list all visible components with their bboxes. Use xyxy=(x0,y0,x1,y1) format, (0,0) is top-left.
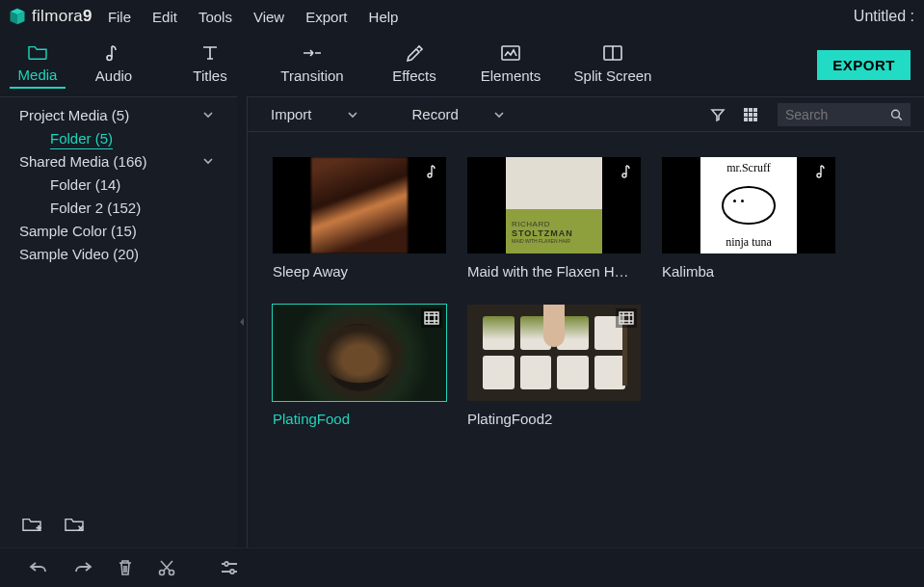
tab-media[interactable]: Media xyxy=(10,41,66,89)
tab-titles[interactable]: Titles xyxy=(162,42,258,88)
timeline-toolbar xyxy=(0,547,924,587)
media-title: PlatingFood xyxy=(273,411,446,427)
media-title: Kalimba xyxy=(662,263,835,280)
menu-items: File Edit Tools View Export Help xyxy=(108,9,399,25)
sidebar-resize-handle[interactable] xyxy=(237,96,247,547)
project-title: Untitled : xyxy=(854,8,916,25)
chevron-down-icon xyxy=(202,157,214,165)
thumbnail: mr.Scruffninja tuna xyxy=(662,157,835,253)
export-button[interactable]: EXPORT xyxy=(817,50,911,80)
import-dropdown[interactable]: Import xyxy=(271,106,358,122)
filter-icon[interactable] xyxy=(710,107,726,122)
undo-icon[interactable] xyxy=(29,560,48,575)
tab-transition[interactable]: Transition xyxy=(258,42,366,88)
chevron-down-icon xyxy=(347,111,358,119)
svg-rect-9 xyxy=(753,108,757,112)
svg-point-18 xyxy=(622,173,626,177)
svg-marker-6 xyxy=(240,318,244,326)
settings-sliders-icon[interactable] xyxy=(220,560,239,575)
media-item[interactable]: Sleep Away xyxy=(273,157,446,280)
svg-point-16 xyxy=(892,110,900,118)
add-folder-icon[interactable] xyxy=(21,516,42,533)
grid-view-icon[interactable] xyxy=(743,107,758,122)
menu-view[interactable]: View xyxy=(253,9,284,25)
splitscreen-icon xyxy=(602,42,623,64)
video-badge-icon xyxy=(421,308,442,328)
media-panel: Import Record Sleep Away xyxy=(247,96,924,547)
svg-point-19 xyxy=(817,173,821,177)
tree-label: Sample Color (15) xyxy=(19,223,137,239)
effects-icon xyxy=(405,42,424,64)
svg-point-3 xyxy=(107,55,112,60)
media-item[interactable]: PlatingFood2 xyxy=(467,305,641,427)
import-label: Import xyxy=(271,106,312,122)
audio-badge-icon xyxy=(618,161,637,182)
svg-rect-8 xyxy=(749,108,752,112)
tree-label: Folder (5) xyxy=(50,130,113,147)
tree-shared-media[interactable]: Shared Media (166) xyxy=(0,149,237,173)
tree-project-media[interactable]: Project Media (5) xyxy=(0,103,237,126)
cut-icon[interactable] xyxy=(158,559,175,576)
search-input[interactable] xyxy=(785,107,890,122)
redo-icon[interactable] xyxy=(73,560,92,575)
svg-rect-10 xyxy=(744,113,748,117)
tree-folder-2[interactable]: Folder 2 (152) xyxy=(0,196,237,219)
chevron-down-icon xyxy=(493,111,505,119)
tree-folder-selected[interactable]: Folder (5) xyxy=(0,126,237,149)
menu-bar: filmora9 File Edit Tools View Export Hel… xyxy=(0,0,924,33)
thumbnail xyxy=(273,157,446,253)
tab-audio[interactable]: Audio xyxy=(66,42,162,88)
folder-icon xyxy=(27,41,48,63)
menu-edit[interactable]: Edit xyxy=(152,9,177,25)
menu-tools[interactable]: Tools xyxy=(198,9,232,25)
media-title: Sleep Away xyxy=(273,263,446,280)
elements-icon xyxy=(500,42,521,64)
tree-label: Sample Video (20) xyxy=(19,246,139,262)
tree-label: Shared Media (166) xyxy=(19,153,147,170)
svg-rect-20 xyxy=(425,312,438,324)
menu-help[interactable]: Help xyxy=(369,9,399,25)
tab-titles-label: Titles xyxy=(193,67,226,84)
svg-rect-14 xyxy=(749,118,752,121)
tab-media-label: Media xyxy=(18,67,58,83)
remove-folder-icon[interactable] xyxy=(64,516,85,533)
media-tree: Project Media (5) Folder (5) Shared Medi… xyxy=(0,97,237,501)
delete-icon[interactable] xyxy=(118,559,133,576)
audio-badge-icon xyxy=(423,161,442,182)
tab-audio-label: Audio xyxy=(95,67,132,84)
media-toolbar: Import Record xyxy=(248,97,924,132)
search-box[interactable] xyxy=(778,103,911,126)
svg-rect-13 xyxy=(744,118,748,121)
tree-folder[interactable]: Folder (14) xyxy=(0,173,237,196)
svg-rect-12 xyxy=(753,113,757,117)
tree-label: Project Media (5) xyxy=(19,107,129,123)
svg-rect-11 xyxy=(749,113,752,117)
chevron-down-icon xyxy=(202,111,214,119)
tab-elements[interactable]: Elements xyxy=(462,42,559,88)
tab-splitscreen-label: Split Screen xyxy=(574,67,652,84)
tab-elements-label: Elements xyxy=(481,67,541,84)
logo-icon xyxy=(8,7,27,26)
media-item[interactable]: mr.Scruffninja tuna Kalimba xyxy=(662,157,835,280)
tree-label: Folder 2 (152) xyxy=(50,200,141,216)
tab-splitscreen[interactable]: Split Screen xyxy=(559,42,667,88)
media-item[interactable]: RICHARDSTOLTZMANMAID WITH FLAXEN HAIR Ma… xyxy=(467,157,641,280)
text-icon xyxy=(200,42,220,64)
menu-export[interactable]: Export xyxy=(305,9,347,25)
sidebar: Project Media (5) Folder (5) Shared Medi… xyxy=(0,96,237,547)
media-title: PlatingFood2 xyxy=(467,411,641,427)
tree-sample-color[interactable]: Sample Color (15) xyxy=(0,219,237,242)
svg-point-17 xyxy=(428,173,432,177)
svg-point-24 xyxy=(224,562,228,566)
menu-file[interactable]: File xyxy=(108,9,131,25)
record-dropdown[interactable]: Record xyxy=(412,106,505,122)
tree-label: Folder (14) xyxy=(50,176,120,193)
tree-sample-video[interactable]: Sample Video (20) xyxy=(0,242,237,265)
tab-effects-label: Effects xyxy=(392,67,436,84)
media-grid: Sleep Away RICHARDSTOLTZMANMAID WITH FLA… xyxy=(248,132,924,547)
media-title: Maid with the Flaxen H… xyxy=(467,263,641,280)
thumbnail xyxy=(273,305,446,401)
tab-effects[interactable]: Effects xyxy=(366,42,462,88)
tab-transition-label: Transition xyxy=(280,67,343,84)
media-item-selected[interactable]: PlatingFood xyxy=(273,305,446,427)
